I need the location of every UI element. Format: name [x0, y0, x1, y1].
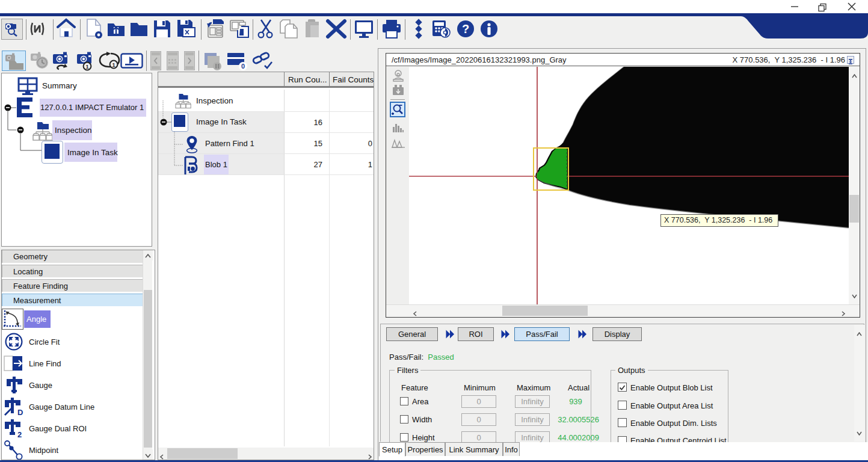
svg-text:1: 1	[85, 64, 88, 70]
svg-text:1: 1	[112, 62, 115, 68]
svg-text:D: D	[17, 408, 23, 416]
svg-text:0: 0	[241, 63, 245, 70]
svg-text:2: 2	[17, 430, 22, 438]
svg-text:?: ?	[462, 22, 469, 35]
